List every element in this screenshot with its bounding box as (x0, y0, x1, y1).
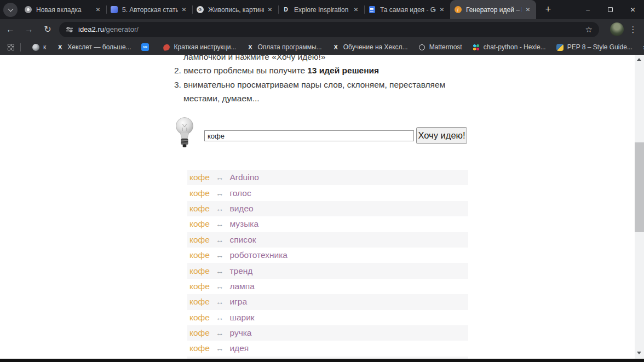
query-word-link[interactable]: кофе (189, 266, 210, 276)
bookmark-item[interactable]: Краткая инструкци... (163, 43, 237, 51)
idea-word-link[interactable]: список (229, 235, 256, 245)
chevron-down-icon (8, 6, 13, 12)
left-right-arrow-icon: ↔ (216, 204, 224, 213)
close-icon[interactable]: ✕ (438, 5, 446, 14)
maximize-button[interactable] (599, 0, 622, 19)
idea-word-link[interactable]: ручка (229, 328, 251, 338)
bookmark-item[interactable]: VK (141, 43, 153, 51)
query-word-link[interactable]: кофе (189, 250, 210, 260)
globe-icon (32, 43, 40, 51)
profile-avatar[interactable] (610, 22, 624, 36)
idea-word-link[interactable]: тренд (229, 266, 252, 276)
bookmark-star-icon[interactable]: ☆ (585, 25, 593, 35)
scroll-down-arrow-icon[interactable] (637, 352, 641, 354)
idea-word-link[interactable]: робототехника (229, 250, 288, 260)
want-idea-button[interactable]: Хочу идею! (416, 127, 467, 144)
query-word-link[interactable]: кофе (189, 204, 210, 214)
bookmarks-overflow-chevron[interactable]: » (637, 43, 644, 51)
bookmark-item[interactable]: X Оплата программы... (246, 43, 321, 51)
idea-row: кофе↔идея (187, 341, 468, 356)
bookmark-label: Обучение на Хексл... (343, 43, 408, 51)
idea-row: кофе↔игра (187, 294, 468, 309)
idea-row: кофе↔Arduino (187, 170, 468, 185)
idea-word-link[interactable]: музыка (229, 219, 258, 229)
new-tab-button[interactable]: + (540, 2, 556, 18)
tab-new-tab[interactable]: Новая вкладка ✕ (20, 0, 106, 19)
close-icon[interactable]: ✕ (352, 5, 360, 14)
bookmark-item[interactable]: X Обучение на Хексл... (332, 43, 408, 51)
g-circle-icon: G (196, 6, 204, 14)
tab-title: Живопись, картины (208, 6, 264, 14)
intro-item-3-line1: 3. внимательно просматриваем пары слов, … (174, 79, 445, 90)
tab-idea-generator-active[interactable]: i Генератор идей – И ✕ (450, 0, 536, 19)
idea-word-link[interactable]: видео (229, 204, 253, 214)
query-word-link[interactable]: кофе (189, 188, 210, 198)
minimize-button[interactable]: – (577, 0, 599, 19)
url-text[interactable]: idea2.ru/generator/ (78, 25, 139, 33)
chrome-logo-icon (24, 6, 32, 14)
window-controls: – ✕ (577, 0, 644, 19)
tab-painting[interactable]: G Живопись, картины ✕ (192, 0, 278, 19)
bottom-edge-strip (0, 359, 644, 362)
idea-row: кофе↔шарик (187, 310, 468, 325)
query-word-link[interactable]: кофе (189, 235, 210, 245)
reload-button[interactable]: ↻ (39, 21, 56, 38)
bookmark-item[interactable]: к (32, 43, 46, 51)
intro-item-2: 2. вместо проблемы вы получите13 идей ре… (174, 65, 379, 76)
query-word-link[interactable]: кофе (189, 328, 210, 338)
tab-docs[interactable]: Та самая идея - Goo ✕ (364, 0, 450, 19)
hexlet-x-icon: X (56, 43, 64, 51)
idea-word-link[interactable]: игра (229, 297, 247, 307)
idea-row: кофе↔тренд (187, 263, 468, 278)
query-word-link[interactable]: кофе (189, 173, 210, 182)
forward-button[interactable]: → (21, 21, 37, 38)
close-icon[interactable]: ✕ (266, 5, 274, 14)
bookmark-item[interactable]: X Хекслет — больше... (56, 43, 131, 51)
bookmark-label: Оплата программы... (257, 43, 321, 51)
intro-line-clipped: лампочкой и нажмите «Хочу идею!» (183, 55, 325, 62)
left-right-arrow-icon: ↔ (216, 235, 224, 244)
query-word-link[interactable]: кофе (189, 313, 210, 323)
google-docs-icon (368, 6, 376, 14)
page-content: лампочкой и нажмите «Хочу идею!» 2. вмес… (0, 55, 635, 359)
back-button[interactable]: ← (2, 21, 19, 38)
idea-word-link[interactable]: шарик (229, 313, 254, 323)
query-word-link[interactable]: кофе (189, 297, 210, 307)
intro-item-2-bold: 13 идей решения (307, 66, 379, 75)
bookmark-label: Краткая инструкци... (174, 43, 237, 51)
vertical-scrollbar[interactable] (635, 55, 644, 359)
idea-word-link[interactable]: голос (229, 188, 251, 198)
tab-explore[interactable]: D Explore Inspiration o ✕ (278, 0, 364, 19)
query-word-link[interactable]: кофе (189, 219, 210, 229)
scroll-up-arrow-icon[interactable] (637, 58, 641, 61)
browser-menu-icon[interactable]: ⋮ (629, 25, 637, 35)
intro-item-2-text: 2. вместо проблемы вы получите (174, 66, 305, 75)
red-badge-icon (163, 43, 171, 51)
apps-grid-icon[interactable] (8, 44, 14, 50)
idea-search-input[interactable] (204, 130, 414, 141)
bookmark-item[interactable]: chat-python - Hexle... (472, 43, 546, 51)
tab-article[interactable]: 5. Авторская статья.d ✕ (106, 0, 192, 19)
close-icon[interactable]: ✕ (94, 5, 102, 14)
left-right-arrow-icon: ↔ (216, 329, 224, 337)
tab-title: Та самая идея - Goo (380, 6, 436, 14)
close-icon[interactable]: ✕ (524, 5, 532, 14)
query-word-link[interactable]: кофе (189, 343, 210, 353)
left-right-arrow-icon: ↔ (216, 297, 224, 306)
idea-word-link[interactable]: лампа (229, 281, 254, 291)
site-settings-icon[interactable] (66, 26, 73, 33)
tab-title: Новая вкладка (36, 6, 92, 14)
python-icon (556, 43, 564, 51)
bookmark-item[interactable]: Mattermost (418, 43, 462, 51)
scrollbar-thumb[interactable] (635, 142, 644, 232)
tab-search-button[interactable] (3, 3, 18, 17)
bookmark-label: Хекслет — больше... (67, 43, 131, 51)
idea-word-link[interactable]: идея (229, 343, 249, 353)
close-icon[interactable]: ✕ (180, 5, 188, 14)
address-bar[interactable]: idea2.ru/generator/ ☆ (59, 22, 599, 37)
window-close-button[interactable]: ✕ (622, 0, 644, 19)
bookmark-item[interactable]: PEP 8 – Style Guide... (556, 43, 633, 51)
idea-word-link[interactable]: Arduino (229, 173, 258, 182)
query-word-link[interactable]: кофе (189, 281, 210, 291)
hexlet-x-icon: X (332, 43, 340, 51)
